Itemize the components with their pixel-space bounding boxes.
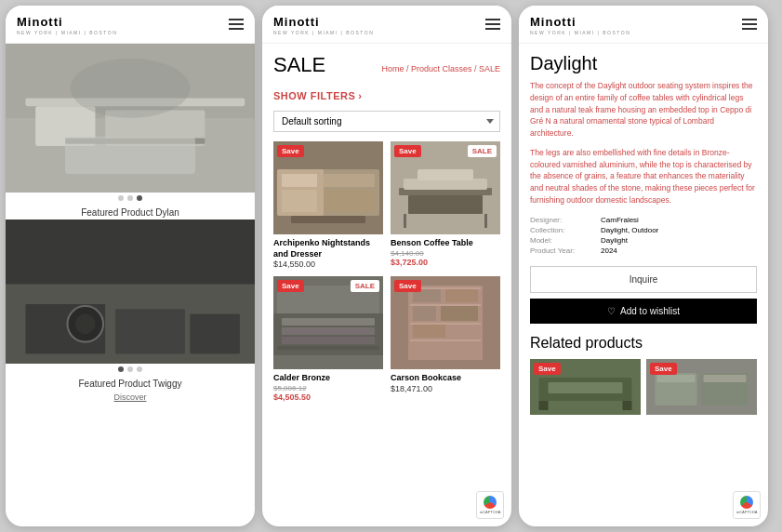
show-filters-button[interactable]: SHOW FILTERS › [273, 90, 362, 101]
brand-name-1: Minotti [17, 15, 63, 29]
sale-badge-3: SALE [351, 280, 379, 292]
product-name-2: Benson Coffee Table [391, 238, 500, 249]
related-save-button-2[interactable]: Save [650, 363, 677, 375]
logo-3: Minotti NEW YORK | MIAMI | BOSTON [530, 13, 630, 35]
dot-5 [127, 366, 133, 372]
svg-rect-28 [404, 214, 406, 228]
product-grid: Save Archipenko Nightstands and Dresser … [273, 141, 500, 402]
related-save-button-1[interactable]: Save [534, 363, 561, 375]
inquire-button[interactable]: Inquire [530, 266, 757, 293]
save-button-3[interactable]: Save [277, 280, 304, 292]
svg-rect-21 [324, 190, 375, 212]
svg-rect-18 [282, 174, 317, 187]
logo-2: Minotti NEW YORK | MIAMI | BOSTON [273, 13, 374, 35]
meta-row-collection: Collection: Daylight, Outdoor [530, 226, 757, 234]
header-3: Minotti NEW YORK | MIAMI | BOSTON [519, 6, 768, 44]
svg-rect-20 [282, 190, 317, 212]
svg-rect-14 [6, 219, 255, 284]
product-price-old-3: $5,006.12 [273, 384, 383, 392]
svg-rect-42 [410, 339, 481, 341]
svg-rect-44 [445, 289, 478, 302]
recaptcha-badge-3: reCAPTCHA [733, 491, 761, 519]
dots-top [6, 193, 255, 204]
svg-rect-29 [484, 214, 487, 228]
svg-rect-22 [291, 216, 365, 223]
svg-point-13 [75, 314, 95, 334]
save-button-4[interactable]: Save [394, 280, 421, 292]
svg-rect-33 [282, 327, 375, 335]
brand-name-3: Minotti [530, 15, 577, 29]
dots-bottom [6, 364, 255, 375]
recaptcha-badge-2: reCAPTCHA [476, 491, 504, 519]
meta-row-model: Model: Daylight [530, 236, 757, 245]
recaptcha-logo-2 [484, 496, 497, 509]
meta-row-designer: Designer: CamFralesi [530, 216, 757, 224]
svg-rect-3 [35, 106, 95, 146]
save-button-2[interactable]: Save [394, 145, 421, 157]
meta-label-collection: Collection: [530, 226, 595, 234]
meta-label-designer: Designer: [530, 216, 595, 224]
product-card-4: Save Carson Bookcase $18,471.00 [391, 276, 500, 402]
svg-rect-56 [657, 375, 696, 382]
product-image-4: Save [391, 276, 500, 369]
breadcrumb: Home / Product Classes / SALE [381, 64, 500, 73]
svg-rect-47 [413, 325, 445, 338]
menu-icon-2[interactable] [485, 19, 500, 30]
discover-link[interactable]: Discover [6, 391, 255, 406]
product-name-1: Archipenko Nightstands and Dresser [273, 238, 383, 259]
dot-1 [118, 195, 124, 201]
detail-meta: Designer: CamFralesi Collection: Dayligh… [530, 216, 757, 255]
wishlist-button[interactable]: ♡ Add to wishlist [530, 299, 757, 324]
svg-rect-50 [549, 382, 623, 393]
meta-label-year: Product Year: [530, 246, 595, 255]
menu-icon-1[interactable] [229, 19, 244, 30]
svg-rect-35 [277, 346, 379, 350]
featured-top-image [6, 44, 255, 193]
meta-value-designer: CamFralesi [601, 216, 639, 224]
related-card-2: Save [646, 359, 757, 415]
logo-1: Minotti NEW YORK | MIAMI | BOSTON [17, 13, 117, 35]
brand-subtitle-3: NEW YORK | MIAMI | BOSTON [530, 30, 630, 35]
meta-label-model: Model: [530, 236, 595, 245]
product-image-3: Save SALE [273, 276, 383, 369]
sale-page-content: SALE Home / Product Classes / SALE SHOW … [262, 44, 511, 526]
meta-value-collection: Daylight, Outdoor [601, 226, 658, 234]
detail-description-2: The legs are also embellished with fine … [530, 147, 757, 206]
svg-rect-27 [418, 169, 473, 180]
brand-subtitle-1: NEW YORK | MIAMI | BOSTON [17, 30, 117, 35]
detail-title: Daylight [530, 53, 757, 74]
featured-bottom-image [6, 219, 255, 364]
save-button-1[interactable]: Save [277, 145, 304, 157]
header-2: Minotti NEW YORK | MIAMI | BOSTON [262, 6, 511, 44]
dot-4 [118, 366, 124, 372]
product-price-old-2: $4,140.00 [391, 249, 500, 258]
caption-top: Featured Product Dylan [6, 204, 255, 219]
svg-rect-25 [408, 195, 483, 214]
related-grid: Save Save [530, 359, 757, 415]
svg-rect-57 [704, 375, 747, 382]
menu-icon-3[interactable] [742, 19, 757, 30]
product-image-2: Save SALE [391, 141, 500, 234]
sort-dropdown[interactable]: Default sorting [273, 111, 500, 132]
meta-row-year: Product Year: 2024 [530, 246, 757, 255]
meta-value-model: Daylight [601, 236, 628, 245]
phone-frame-1: Minotti NEW YORK | MIAMI | BOSTON Featur… [6, 6, 255, 526]
svg-rect-45 [413, 306, 436, 321]
svg-rect-32 [282, 318, 375, 326]
brand-subtitle-2: NEW YORK | MIAMI | BOSTON [273, 30, 374, 35]
related-image-1: Save [530, 359, 641, 415]
related-image-2: Save [646, 359, 757, 415]
svg-rect-11 [190, 314, 240, 354]
recaptcha-logo-3 [740, 496, 753, 509]
svg-point-6 [71, 59, 191, 118]
phone-frame-3: Minotti NEW YORK | MIAMI | BOSTON Daylig… [519, 6, 768, 526]
product-name-4: Carson Bookcase [391, 373, 500, 384]
wishlist-label: Add to wishlist [620, 306, 680, 316]
related-card-1: Save [530, 359, 641, 415]
svg-rect-52 [623, 401, 632, 410]
sale-badge-2: SALE [468, 145, 497, 157]
page-title: SALE [273, 53, 325, 77]
product-price-1: $14,550.00 [273, 259, 383, 269]
header-1: Minotti NEW YORK | MIAMI | BOSTON [6, 6, 255, 44]
svg-rect-46 [441, 306, 478, 321]
